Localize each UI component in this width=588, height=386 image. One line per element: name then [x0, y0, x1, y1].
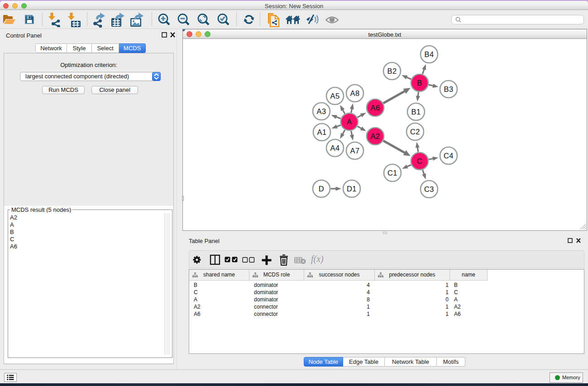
- svg-text:A6: A6: [370, 104, 380, 112]
- svg-text:B1: B1: [411, 108, 421, 116]
- svg-text:D1: D1: [347, 185, 357, 193]
- svg-text:A1: A1: [317, 128, 326, 136]
- svg-text:C2: C2: [410, 128, 420, 136]
- svg-text:A2: A2: [370, 132, 380, 140]
- svg-text:C4: C4: [444, 152, 454, 160]
- svg-text:A8: A8: [350, 89, 359, 97]
- svg-text:D: D: [319, 185, 324, 193]
- svg-text:B: B: [417, 79, 422, 87]
- svg-text:C3: C3: [424, 185, 434, 193]
- svg-text:B2: B2: [387, 67, 397, 75]
- svg-text:C1: C1: [387, 169, 397, 177]
- svg-text:A5: A5: [330, 92, 339, 100]
- svg-text:A: A: [347, 118, 352, 126]
- svg-text:B4: B4: [424, 50, 434, 58]
- svg-text:C: C: [417, 157, 422, 165]
- svg-text:A4: A4: [330, 144, 339, 152]
- svg-text:A7: A7: [350, 147, 359, 155]
- svg-text:A3: A3: [316, 107, 326, 115]
- svg-text:B3: B3: [444, 85, 453, 93]
